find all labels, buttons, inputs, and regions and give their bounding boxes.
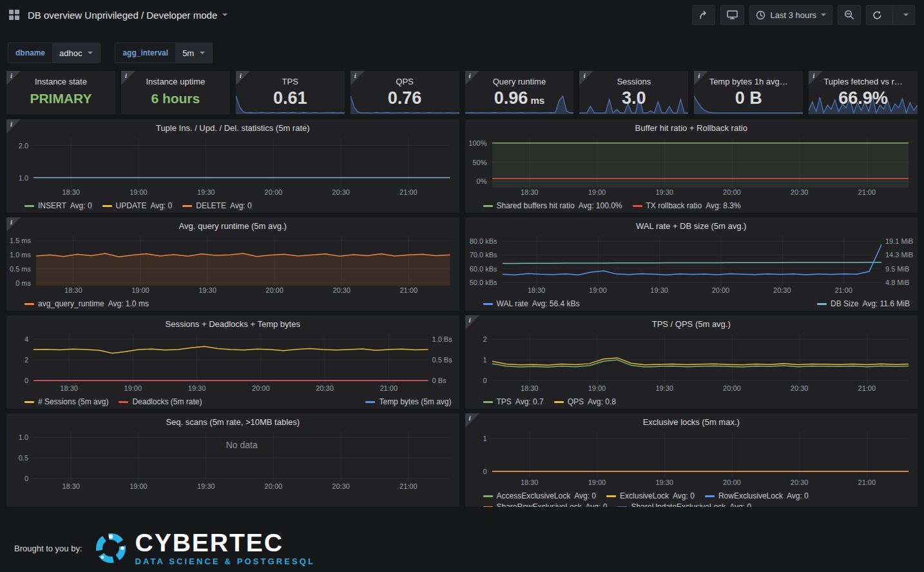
x-axis-label: 21:00 <box>399 188 418 196</box>
panel-tuple-statistics: i Tuple Ins. / Upd. / Del. statistics (5… <box>6 119 459 213</box>
time-range-picker[interactable]: Last 3 hours <box>749 5 833 25</box>
panel-tps-qps: i TPS / QPS (5m avg.) 210 18:3019:0019:3… <box>465 315 918 409</box>
stat-title[interactable]: Query runtime <box>465 77 574 86</box>
x-axis-label: 18:30 <box>521 478 539 486</box>
y-axis-right <box>450 432 459 482</box>
panel-title[interactable]: Sessions + Deadlocks + Temp bytes <box>6 315 459 333</box>
dashboard-grid-icon[interactable] <box>9 10 19 20</box>
chart-plot[interactable] <box>36 236 450 286</box>
x-axis: 18:3019:0019:3020:0020:3021:00 <box>34 188 450 197</box>
panel-info-icon[interactable] <box>6 119 21 133</box>
panel-title[interactable]: WAL rate + DB size (5m avg.) <box>465 217 918 235</box>
chart-plot[interactable] <box>34 334 428 384</box>
panel-info-icon[interactable] <box>465 413 479 428</box>
panel-title[interactable]: TPS / QPS (5m avg.) <box>465 315 918 333</box>
chart-legend: # Sessions (5m avg)Deadlocks (5m rate)Te… <box>6 393 459 409</box>
legend-item[interactable]: TX rollback ratioAvg: 8.3% <box>633 201 741 210</box>
y-axis-label: 1 <box>483 356 486 364</box>
panel-info-icon[interactable] <box>809 71 823 85</box>
x-axis-label: 21:00 <box>380 384 398 392</box>
x-axis-label: 20:00 <box>265 286 284 294</box>
panel-title[interactable]: Avg. query runtime (5m avg.) <box>6 217 459 235</box>
x-axis-label: 20:30 <box>791 478 809 486</box>
chart-plot[interactable] <box>492 138 909 188</box>
variable-value-dropdown[interactable]: adhoc <box>52 43 100 63</box>
stat-title[interactable]: QPS <box>351 77 459 86</box>
stats-row: i Instance state PRIMARY i Instance upti… <box>6 71 918 114</box>
stat-title[interactable]: Tuples fetched vs r… <box>809 77 918 86</box>
chart-plot[interactable] <box>492 432 909 478</box>
x-axis-label: 18:30 <box>528 286 546 294</box>
y-axis-label: 50.0 kBs <box>470 279 497 286</box>
legend-item[interactable]: TPSAvg: 0.7 <box>483 397 544 406</box>
panel-info-icon[interactable] <box>6 217 21 232</box>
y-axis: 1.00.50 <box>6 432 34 482</box>
legend-item[interactable]: avg_query_runtimeAvg: 1.0 ms <box>24 299 149 308</box>
refresh-split-button <box>866 5 915 25</box>
chart-plot[interactable] <box>492 334 909 384</box>
chart-plot[interactable] <box>503 236 882 286</box>
legend-item[interactable]: ExclusiveLockAvg: 0 <box>606 491 695 500</box>
stat-value: 0.61 <box>236 88 345 108</box>
x-axis-label: 21:00 <box>858 384 876 392</box>
stat-title[interactable]: Instance state <box>6 77 115 86</box>
dashboard-title-button[interactable]: DB overview Unprivileged / Developer mod… <box>28 10 227 21</box>
refresh-button[interactable] <box>867 6 888 25</box>
legend-item[interactable]: RowExclusiveLockAvg: 0 <box>705 491 809 500</box>
x-axis-label: 18:30 <box>521 384 539 392</box>
legend-item[interactable]: DELETEAvg: 0 <box>182 201 252 210</box>
legend-item[interactable]: UPDATEAvg: 0 <box>102 201 173 210</box>
legend-series-color-icon <box>483 303 493 305</box>
panel-info-icon[interactable] <box>465 71 479 85</box>
panel-info-icon[interactable] <box>465 315 479 330</box>
variable-value-dropdown[interactable]: 5m <box>175 43 212 63</box>
chart-plot[interactable] <box>34 138 450 188</box>
panel-title[interactable]: Exclusive locks (5m max.) <box>465 413 918 431</box>
x-axis-label: 20:30 <box>332 286 351 294</box>
panel-title[interactable]: Tuple Ins. / Upd. / Del. statistics (5m … <box>6 119 459 137</box>
stat-title[interactable]: Temp bytes 1h avg… <box>694 77 803 86</box>
refresh-interval-dropdown[interactable] <box>898 6 914 25</box>
legend-series-color-icon <box>102 205 112 207</box>
panel-title[interactable]: Seq. scans (5m rate, >10MB tables) <box>6 413 459 431</box>
panel-info-icon[interactable] <box>121 71 135 85</box>
legend-item[interactable]: Temp bytes (5m avg) <box>365 397 451 406</box>
x-axis-label: 20:30 <box>791 384 809 392</box>
panel-info-icon[interactable] <box>579 71 593 85</box>
legend-item[interactable]: Deadlocks (5m rate) <box>119 397 202 406</box>
legend-item[interactable]: ShareUpdateExclusiveLockAvg: 0 <box>617 502 751 507</box>
chart-plot[interactable]: No data <box>34 432 450 482</box>
stat-value: 3.0 <box>579 88 688 108</box>
y-axis-label: 1.0 ms <box>10 251 31 259</box>
stat-value: 0.76 <box>351 88 459 108</box>
legend-item[interactable]: Shared buffers hit ratioAvg: 100.0% <box>483 201 622 210</box>
x-axis-label: 19:30 <box>197 188 215 196</box>
y-axis-label: 1.5 ms <box>10 237 31 244</box>
stat-title[interactable]: Sessions <box>579 77 688 86</box>
legend-item[interactable]: AccessExclusiveLockAvg: 0 <box>483 491 597 500</box>
legend-item[interactable]: DB SizeAvg: 11.6 MiB <box>817 299 910 308</box>
variable-label: agg_interval <box>115 43 175 63</box>
chart-grid: i Tuple Ins. / Upd. / Del. statistics (5… <box>6 119 918 507</box>
x-axis-label: 20:30 <box>316 384 334 392</box>
panel-title[interactable]: Buffer hit ratio + Rollback ratio <box>465 119 918 137</box>
legend-item[interactable]: QPSAvg: 0.8 <box>554 397 616 406</box>
panel-info-icon[interactable] <box>694 71 708 85</box>
tv-mode-button[interactable] <box>720 5 744 25</box>
share-button[interactable] <box>692 5 715 25</box>
share-icon <box>698 10 709 20</box>
legend-item[interactable]: WAL rateAvg: 56.4 kBs <box>483 299 580 308</box>
stat-title[interactable]: Instance uptime <box>121 77 230 86</box>
panel-info-icon[interactable] <box>6 71 21 85</box>
legend-item[interactable]: ShareRowExclusiveLockAvg: 0 <box>483 502 608 507</box>
time-range-label: Last 3 hours <box>770 10 816 20</box>
zoom-out-button[interactable] <box>838 5 861 25</box>
legend-item[interactable]: INSERTAvg: 0 <box>24 201 92 210</box>
panel-info-icon[interactable] <box>236 71 250 85</box>
legend-series-color-icon <box>182 205 192 207</box>
panel-info-icon[interactable] <box>351 71 365 85</box>
stat-title[interactable]: TPS <box>236 77 345 86</box>
stat-panel-tps: i TPS 0.61 <box>236 71 345 114</box>
legend-series-color-icon <box>24 205 34 207</box>
legend-item[interactable]: # Sessions (5m avg) <box>24 397 108 406</box>
